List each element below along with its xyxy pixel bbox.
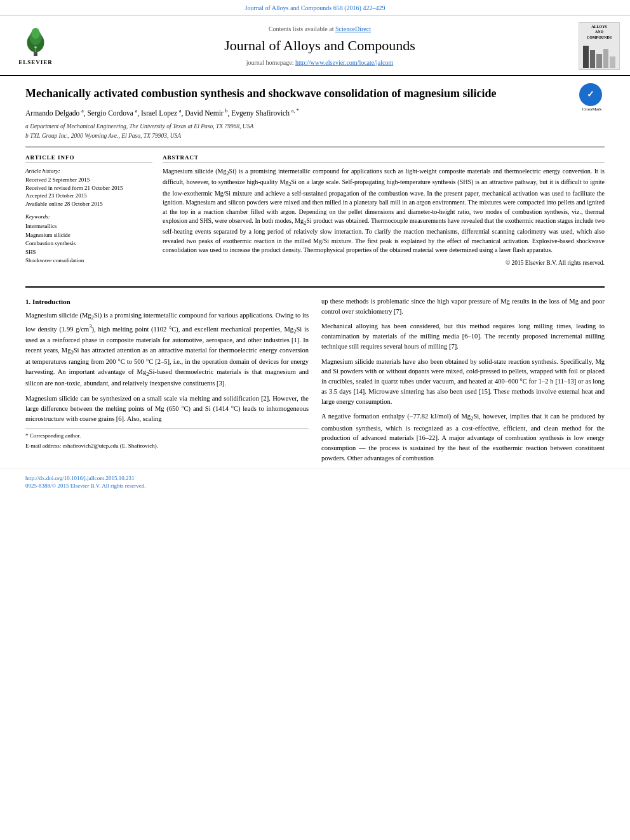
journal-title: Journal of Alloys and Compounds	[61, 36, 579, 56]
cover-bar-1	[583, 46, 589, 68]
abstract-panel: ABSTRACT Magnesium silicide (Mg2Si) is a…	[163, 154, 605, 270]
contents-line: Contents lists available at ScienceDirec…	[61, 25, 579, 34]
crossmark-icon: ✓	[579, 83, 602, 106]
journal-cover-image: ALLOYSANDCOMPOUNDS	[579, 22, 620, 70]
journal-citation: Journal of Alloys and Compounds 658 (201…	[245, 4, 385, 11]
right-para-3: Magnesium silicide materials have also b…	[321, 357, 605, 407]
intro-para-2: Magnesium silicide can be synthesized on…	[25, 394, 309, 423]
article-info-label: ARTICLE INFO	[25, 154, 152, 164]
affiliations: a Department of Mechanical Engineering, …	[25, 122, 605, 140]
journal-title-area: Contents lists available at ScienceDirec…	[61, 25, 579, 67]
intro-heading: 1. Introduction	[25, 297, 309, 307]
keyword-shs: SHS	[25, 248, 152, 257]
section-divider	[25, 286, 605, 288]
intro-para-1: Magnesium silicide (Mg2Si) is a promisin…	[25, 310, 309, 389]
footnote-email: E-mail address: eshafirovich2@utep.edu (…	[25, 442, 309, 451]
history-label: Article history:	[25, 167, 152, 175]
authors-line: Armando Delgado a, Sergio Cordova a, Isr…	[25, 107, 605, 118]
received-revised: Received in revised form 21 October 2015	[25, 184, 152, 192]
available-online: Available online 28 October 2015	[25, 200, 152, 208]
accepted-date: Accepted 23 October 2015	[25, 192, 152, 200]
body-content: 1. Introduction Magnesium silicide (Mg2S…	[0, 297, 630, 469]
journal-header: ELSEVIER Contents lists available at Sci…	[0, 16, 630, 76]
crossmark-badge[interactable]: ✓ CrossMark	[579, 83, 605, 109]
doi-link[interactable]: http://dx.doi.org/10.1016/j.jallcom.2015…	[25, 475, 135, 481]
keyword-combustion: Combustion synthesis	[25, 239, 152, 248]
homepage-line: journal homepage: http://www.elsevier.co…	[61, 58, 579, 67]
article-info-panel: ARTICLE INFO Article history: Received 2…	[25, 154, 152, 270]
sciencedirect-link[interactable]: ScienceDirect	[335, 25, 371, 32]
keywords-block: Keywords: Intermetallics Magnesium silic…	[25, 213, 152, 265]
right-body-column: up these methods is problematic since th…	[321, 297, 605, 469]
abstract-text: Magnesium silicide (Mg2Si) is a promisin…	[163, 167, 605, 255]
bottom-links: http://dx.doi.org/10.1016/j.jallcom.2015…	[0, 469, 630, 493]
elsevier-logo: ELSEVIER	[10, 25, 61, 67]
cover-bar-2	[590, 50, 596, 68]
keyword-intermetallics: Intermetallics	[25, 222, 152, 230]
abstract-label: ABSTRACT	[163, 154, 605, 164]
right-para-1: up these methods is problematic since th…	[321, 297, 605, 317]
svg-point-3	[31, 28, 39, 39]
cover-bar-3	[596, 54, 602, 68]
right-para-2: Mechanical alloying has been considered,…	[321, 321, 605, 351]
journal-citation-bar: Journal of Alloys and Compounds 658 (201…	[0, 0, 630, 16]
issn-copyright: 0925-8388/© 2015 Elsevier B.V. All right…	[25, 483, 145, 489]
cover-bar-4	[603, 49, 609, 68]
affiliation-b: b TXL Group Inc., 2000 Wyoming Ave., El …	[25, 131, 605, 140]
left-body-column: 1. Introduction Magnesium silicide (Mg2S…	[25, 297, 309, 469]
svg-point-4	[34, 46, 37, 49]
received-date: Received 2 September 2015	[25, 176, 152, 184]
keywords-label: Keywords:	[25, 213, 152, 221]
keyword-mg-silicide: Magnesium silicide	[25, 231, 152, 239]
crossmark-label: CrossMark	[579, 107, 605, 113]
right-para-4: A negative formation enthalpy (−77.82 kJ…	[321, 411, 605, 463]
elsevier-tree-icon	[17, 25, 55, 57]
article-info-abstract: ARTICLE INFO Article history: Received 2…	[25, 147, 605, 270]
footnote-corresponding: * Corresponding author.	[25, 432, 309, 441]
homepage-url[interactable]: http://www.elsevier.com/locate/jalcom	[295, 59, 393, 66]
elsevier-wordmark: ELSEVIER	[18, 58, 53, 67]
keyword-shockwave: Shockwave consolidation	[25, 257, 152, 265]
copyright-line: © 2015 Elsevier B.V. All rights reserved…	[163, 259, 605, 267]
paper-content: ✓ CrossMark Mechanically activated combu…	[0, 76, 630, 277]
paper-title: Mechanically activated combustion synthe…	[25, 86, 605, 101]
affiliation-a: a Department of Mechanical Engineering, …	[25, 122, 605, 131]
cover-bar-5	[610, 57, 615, 68]
footnote-section: * Corresponding author. E-mail address: …	[25, 429, 309, 450]
article-history: Article history: Received 2 September 20…	[25, 167, 152, 208]
